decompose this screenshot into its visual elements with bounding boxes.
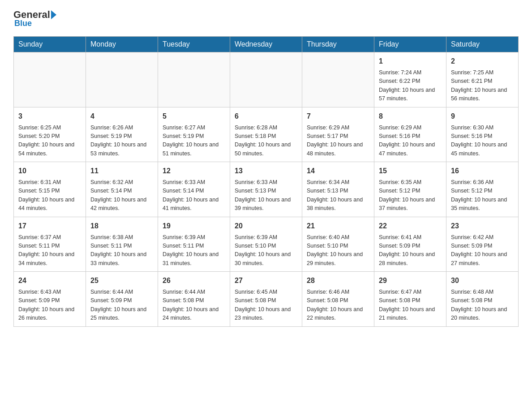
calendar-cell bbox=[302, 52, 374, 107]
day-info: Sunrise: 6:45 AMSunset: 5:08 PMDaylight:… bbox=[235, 288, 297, 323]
day-info: Sunrise: 7:25 AMSunset: 6:21 PMDaylight:… bbox=[451, 68, 514, 103]
calendar-cell: 21Sunrise: 6:40 AMSunset: 5:10 PMDayligh… bbox=[302, 217, 374, 272]
week-row-5: 24Sunrise: 6:43 AMSunset: 5:09 PMDayligh… bbox=[14, 272, 519, 327]
calendar-cell: 22Sunrise: 6:41 AMSunset: 5:09 PMDayligh… bbox=[374, 217, 446, 272]
day-number: 22 bbox=[379, 221, 442, 231]
calendar-cell: 5Sunrise: 6:27 AMSunset: 5:19 PMDaylight… bbox=[158, 107, 230, 162]
week-row-4: 17Sunrise: 6:37 AMSunset: 5:11 PMDayligh… bbox=[14, 217, 519, 272]
week-row-2: 3Sunrise: 6:25 AMSunset: 5:20 PMDaylight… bbox=[14, 107, 519, 162]
day-info: Sunrise: 6:48 AMSunset: 5:08 PMDaylight:… bbox=[451, 288, 514, 323]
calendar-table: SundayMondayTuesdayWednesdayThursdayFrid… bbox=[13, 36, 519, 327]
column-header-saturday: Saturday bbox=[446, 37, 519, 52]
day-info: Sunrise: 6:29 AMSunset: 5:16 PMDaylight:… bbox=[379, 124, 442, 158]
day-number: 11 bbox=[90, 166, 153, 176]
logo-area: General Blue bbox=[13, 9, 58, 28]
column-header-friday: Friday bbox=[374, 37, 446, 52]
column-header-monday: Monday bbox=[86, 37, 158, 52]
day-info: Sunrise: 6:42 AMSunset: 5:09 PMDaylight:… bbox=[451, 233, 514, 268]
day-info: Sunrise: 6:44 AMSunset: 5:09 PMDaylight:… bbox=[90, 288, 153, 323]
day-number: 9 bbox=[451, 111, 514, 122]
calendar-cell bbox=[86, 52, 158, 107]
day-number: 10 bbox=[18, 166, 81, 176]
day-number: 17 bbox=[18, 221, 81, 231]
calendar-cell: 14Sunrise: 6:34 AMSunset: 5:13 PMDayligh… bbox=[302, 162, 374, 217]
calendar-cell bbox=[230, 52, 302, 107]
logo-blue: Blue bbox=[14, 19, 32, 28]
day-number: 26 bbox=[163, 275, 225, 286]
calendar-cell: 24Sunrise: 6:43 AMSunset: 5:09 PMDayligh… bbox=[14, 272, 86, 327]
calendar-cell: 11Sunrise: 6:32 AMSunset: 5:14 PMDayligh… bbox=[86, 162, 158, 217]
calendar-cell: 9Sunrise: 6:30 AMSunset: 5:16 PMDaylight… bbox=[446, 107, 519, 162]
calendar-cell: 19Sunrise: 6:39 AMSunset: 5:11 PMDayligh… bbox=[158, 217, 230, 272]
day-number: 24 bbox=[18, 275, 81, 286]
day-number: 6 bbox=[235, 111, 297, 122]
day-number: 13 bbox=[235, 166, 297, 176]
day-info: Sunrise: 6:33 AMSunset: 5:14 PMDaylight:… bbox=[163, 178, 225, 213]
calendar-cell: 16Sunrise: 6:36 AMSunset: 5:12 PMDayligh… bbox=[446, 162, 519, 217]
day-info: Sunrise: 6:34 AMSunset: 5:13 PMDaylight:… bbox=[307, 178, 369, 213]
day-number: 25 bbox=[90, 275, 153, 286]
calendar-cell: 18Sunrise: 6:38 AMSunset: 5:11 PMDayligh… bbox=[86, 217, 158, 272]
day-info: Sunrise: 6:27 AMSunset: 5:19 PMDaylight:… bbox=[163, 124, 225, 158]
day-info: Sunrise: 6:41 AMSunset: 5:09 PMDaylight:… bbox=[379, 233, 442, 268]
calendar-cell: 23Sunrise: 6:42 AMSunset: 5:09 PMDayligh… bbox=[446, 217, 519, 272]
day-number: 16 bbox=[451, 166, 514, 176]
calendar-header-row: SundayMondayTuesdayWednesdayThursdayFrid… bbox=[14, 37, 519, 52]
calendar-cell: 12Sunrise: 6:33 AMSunset: 5:14 PMDayligh… bbox=[158, 162, 230, 217]
calendar-cell: 30Sunrise: 6:48 AMSunset: 5:08 PMDayligh… bbox=[446, 272, 519, 327]
day-number: 7 bbox=[307, 111, 369, 122]
day-info: Sunrise: 6:28 AMSunset: 5:18 PMDaylight:… bbox=[235, 124, 297, 158]
day-number: 21 bbox=[307, 221, 369, 231]
day-number: 4 bbox=[90, 111, 153, 122]
calendar-cell: 20Sunrise: 6:39 AMSunset: 5:10 PMDayligh… bbox=[230, 217, 302, 272]
column-header-wednesday: Wednesday bbox=[230, 37, 302, 52]
day-number: 27 bbox=[235, 275, 297, 286]
calendar-cell: 28Sunrise: 6:46 AMSunset: 5:08 PMDayligh… bbox=[302, 272, 374, 327]
calendar-cell: 25Sunrise: 6:44 AMSunset: 5:09 PMDayligh… bbox=[86, 272, 158, 327]
calendar-cell: 26Sunrise: 6:44 AMSunset: 5:08 PMDayligh… bbox=[158, 272, 230, 327]
calendar-cell: 4Sunrise: 6:26 AMSunset: 5:19 PMDaylight… bbox=[86, 107, 158, 162]
day-info: Sunrise: 6:26 AMSunset: 5:19 PMDaylight:… bbox=[90, 124, 153, 158]
day-info: Sunrise: 6:40 AMSunset: 5:10 PMDaylight:… bbox=[307, 233, 369, 268]
day-number: 14 bbox=[307, 166, 369, 176]
day-info: Sunrise: 6:47 AMSunset: 5:08 PMDaylight:… bbox=[379, 288, 442, 323]
column-header-thursday: Thursday bbox=[302, 37, 374, 52]
logo-arrow-icon bbox=[51, 10, 56, 19]
day-info: Sunrise: 6:39 AMSunset: 5:11 PMDaylight:… bbox=[163, 233, 225, 268]
calendar-cell: 27Sunrise: 6:45 AMSunset: 5:08 PMDayligh… bbox=[230, 272, 302, 327]
week-row-3: 10Sunrise: 6:31 AMSunset: 5:15 PMDayligh… bbox=[14, 162, 519, 217]
calendar-cell: 1Sunrise: 7:24 AMSunset: 6:22 PMDaylight… bbox=[374, 52, 446, 107]
day-info: Sunrise: 6:39 AMSunset: 5:10 PMDaylight:… bbox=[235, 233, 297, 268]
calendar-cell bbox=[158, 52, 230, 107]
day-number: 18 bbox=[90, 221, 153, 231]
header: General Blue bbox=[13, 9, 519, 28]
calendar-cell: 17Sunrise: 6:37 AMSunset: 5:11 PMDayligh… bbox=[14, 217, 86, 272]
day-number: 5 bbox=[163, 111, 225, 122]
calendar-cell: 8Sunrise: 6:29 AMSunset: 5:16 PMDaylight… bbox=[374, 107, 446, 162]
day-info: Sunrise: 6:46 AMSunset: 5:08 PMDaylight:… bbox=[307, 288, 369, 323]
day-info: Sunrise: 6:38 AMSunset: 5:11 PMDaylight:… bbox=[90, 233, 153, 268]
calendar-cell: 7Sunrise: 6:29 AMSunset: 5:17 PMDaylight… bbox=[302, 107, 374, 162]
day-number: 8 bbox=[379, 111, 442, 122]
calendar-cell: 29Sunrise: 6:47 AMSunset: 5:08 PMDayligh… bbox=[374, 272, 446, 327]
day-info: Sunrise: 6:25 AMSunset: 5:20 PMDaylight:… bbox=[18, 124, 81, 158]
day-number: 19 bbox=[163, 221, 225, 231]
calendar-cell bbox=[14, 52, 86, 107]
day-number: 23 bbox=[451, 221, 514, 231]
calendar-cell: 3Sunrise: 6:25 AMSunset: 5:20 PMDaylight… bbox=[14, 107, 86, 162]
column-header-sunday: Sunday bbox=[14, 37, 86, 52]
day-number: 1 bbox=[379, 56, 442, 67]
day-number: 20 bbox=[235, 221, 297, 231]
calendar-cell: 13Sunrise: 6:33 AMSunset: 5:13 PMDayligh… bbox=[230, 162, 302, 217]
day-info: Sunrise: 6:44 AMSunset: 5:08 PMDaylight:… bbox=[163, 288, 225, 323]
calendar-cell: 6Sunrise: 6:28 AMSunset: 5:18 PMDaylight… bbox=[230, 107, 302, 162]
day-info: Sunrise: 6:35 AMSunset: 5:12 PMDaylight:… bbox=[379, 178, 442, 213]
day-info: Sunrise: 6:37 AMSunset: 5:11 PMDaylight:… bbox=[18, 233, 81, 268]
day-number: 30 bbox=[451, 275, 514, 286]
day-number: 12 bbox=[163, 166, 225, 176]
day-number: 28 bbox=[307, 275, 369, 286]
day-info: Sunrise: 6:29 AMSunset: 5:17 PMDaylight:… bbox=[307, 124, 369, 158]
day-info: Sunrise: 7:24 AMSunset: 6:22 PMDaylight:… bbox=[379, 68, 442, 103]
week-row-1: 1Sunrise: 7:24 AMSunset: 6:22 PMDaylight… bbox=[14, 52, 519, 107]
day-number: 15 bbox=[379, 166, 442, 176]
